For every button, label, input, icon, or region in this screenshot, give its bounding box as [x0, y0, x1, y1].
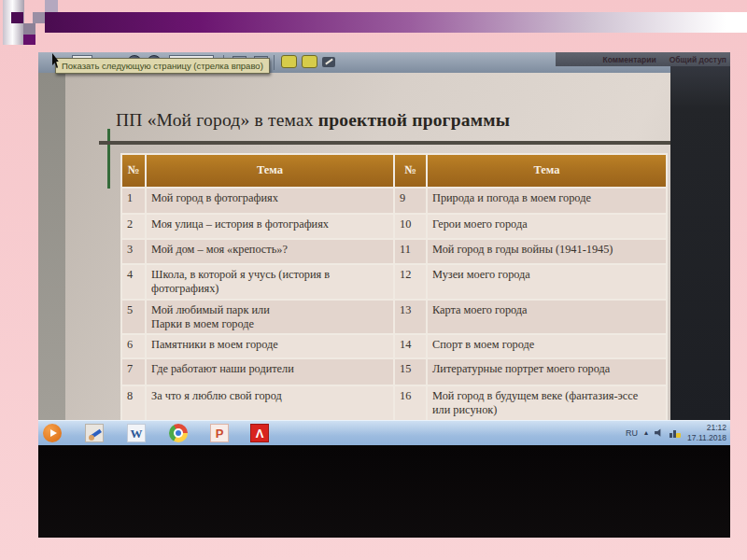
cell-topic: Мой город в годы войны (1941-1945) — [428, 240, 666, 263]
slide-canvas: 10 / 71 − + 75,4% Комментарии Общий дост… — [0, 0, 747, 560]
decor-square — [23, 23, 35, 35]
cell-topic: Школа, в которой я учусь (история в фото… — [147, 265, 393, 299]
tray-expand-icon[interactable]: ▴ — [644, 428, 648, 437]
cell-topic: За что я люблю свой город — [147, 386, 393, 423]
viewer-top-tabs: Комментарии Общий доступ — [556, 52, 730, 66]
pdf-page: ПП «Мой город» в темах проектной програм… — [65, 73, 670, 420]
powerpoint-icon[interactable]: P — [210, 424, 229, 442]
cell-num: 9 — [395, 189, 426, 213]
next-page-tooltip: Показать следующую страницу (стрелка впр… — [55, 58, 270, 74]
system-tray: RU ▴ 21:12 17.11.2018 — [626, 423, 726, 442]
cell-num: 8 — [122, 386, 145, 423]
table-row: 4 Школа, в которой я учусь (история в фо… — [122, 265, 666, 299]
col-header-topic-left: Тема — [147, 155, 393, 187]
decor-square — [33, 12, 45, 23]
media-player-icon[interactable] — [43, 424, 62, 442]
selection-caret — [107, 129, 110, 189]
cell-topic: Где работают наши родители — [147, 359, 393, 385]
topics-table: № Тема № Тема 1 Мой город в фотографиях … — [120, 153, 668, 425]
table-row: 5 Мой любимый парк или Парки в моем горо… — [122, 301, 666, 333]
col-header-num-right: № — [395, 155, 426, 187]
highlight-comment-icon[interactable] — [302, 55, 317, 68]
tray-date: 17.11.2018 — [687, 433, 726, 442]
cell-num: 7 — [122, 359, 145, 385]
cell-topic: Мой дом – моя «крепость»? — [147, 240, 393, 263]
network-icon[interactable] — [669, 428, 681, 438]
cell-num: 12 — [395, 265, 426, 299]
speaker-icon[interactable] — [655, 428, 663, 437]
cell-topic: Мой любимый парк или Парки в моем городе — [147, 301, 393, 333]
table-row: 6 Памятники в моем городе 14 Спорт в мое… — [122, 335, 666, 357]
cell-topic: Карта моего города — [428, 301, 666, 333]
monitor-dark-area — [38, 445, 730, 538]
cell-num: 13 — [395, 301, 426, 333]
table-row: 8 За что я люблю свой город 16 Мой город… — [122, 386, 666, 423]
cell-topic: Литературные портрет моего города — [428, 359, 666, 385]
cell-num: 14 — [395, 335, 426, 357]
tab-comments[interactable]: Комментарии — [602, 55, 655, 64]
table-row: 2 Моя улица – история в фотографиях 10 Г… — [122, 215, 666, 238]
cell-topic: Природа и погода в моем городе — [428, 189, 666, 213]
decor-horizontal-bar — [45, 12, 747, 33]
comment-bubble-icon[interactable] — [281, 55, 297, 68]
cell-num: 11 — [395, 240, 426, 263]
cell-num: 10 — [395, 215, 426, 238]
monitor-photo: 10 / 71 − + 75,4% Комментарии Общий дост… — [38, 52, 730, 538]
cell-topic: Музеи моего города — [428, 265, 666, 299]
cell-num: 4 — [122, 265, 145, 299]
cell-num: 3 — [122, 240, 145, 263]
decor-square — [45, 0, 58, 12]
page-title: ПП «Мой город» в темах проектной програм… — [116, 110, 510, 131]
col-header-num-left: № — [122, 155, 145, 187]
title-underline — [99, 141, 670, 145]
language-indicator[interactable]: RU — [626, 428, 638, 438]
col-header-topic-right: Тема — [428, 155, 666, 187]
table-row: 7 Где работают наши родители 15 Литерату… — [122, 359, 666, 385]
table-row: 1 Мой город в фотографиях 9 Природа и по… — [122, 189, 666, 213]
cell-num: 1 — [122, 189, 145, 213]
cell-topic: Памятники в моем городе — [147, 335, 393, 357]
toolbar-separator — [274, 55, 275, 70]
cell-topic: Моя улица – история в фотографиях — [147, 215, 393, 238]
windows-taskbar: W P Λ RU ▴ 21:12 17.11.2018 — [38, 420, 730, 446]
document-area: ПП «Мой город» в темах проектной програм… — [38, 73, 670, 420]
cell-topic: Герои моего города — [428, 215, 666, 238]
cell-num: 2 — [122, 215, 145, 238]
cell-topic: Мой город в будущем веке (фантазия-эссе … — [428, 386, 666, 423]
paint-icon[interactable] — [85, 424, 104, 442]
cell-num: 6 — [122, 335, 145, 357]
tray-time: 21:12 — [707, 423, 726, 432]
cell-topic: Мой город в фотографиях — [147, 189, 393, 213]
cell-num: 16 — [395, 386, 426, 423]
page-title-regular: ПП «Мой город» в темах — [116, 110, 318, 130]
pen-sign-icon[interactable] — [322, 57, 335, 67]
table-header-row: № Тема № Тема — [122, 155, 666, 187]
chrome-icon[interactable] — [169, 424, 188, 442]
acrobat-icon[interactable]: Λ — [250, 424, 269, 442]
cell-num: 15 — [395, 359, 426, 385]
word-icon[interactable]: W — [127, 424, 146, 442]
cell-num: 5 — [122, 301, 145, 333]
cell-topic: Спорт в моем городе — [428, 335, 666, 357]
tools-side-panel[interactable] — [670, 66, 730, 420]
tray-clock[interactable]: 21:12 17.11.2018 — [687, 423, 726, 442]
page-title-bold: проектной программы — [318, 110, 510, 130]
tab-share[interactable]: Общий доступ — [669, 55, 726, 64]
table-row: 3 Мой дом – моя «крепость»? 11 Мой город… — [122, 240, 666, 263]
decor-square — [23, 35, 35, 45]
decor-square — [11, 12, 23, 23]
